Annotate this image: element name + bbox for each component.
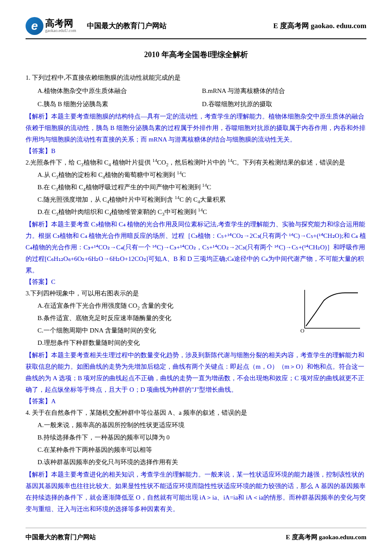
q4-explain: 【解析】本题主要考查进化的相关知识，考查学生的理解能力。一般来说，某一性状适应环… (26, 469, 366, 515)
q2-optB: B.在 C3植物和 C4植物呼吸过程产生的中间产物中可检测到 14C (37, 182, 366, 193)
q1-optB: B.mRNA 与游离核糖体的结合 (202, 85, 366, 97)
q1-optA: A.植物体胞杂交中原生质体融合 (37, 85, 202, 97)
q4-optD: D.该种群基因频率的变化只与环境的选择作用有关 (37, 457, 366, 468)
q3-block: O 3.下列四种现象中，可以用右图表示的是 A.在适宜条件下光合作用强度随 CO… (26, 288, 366, 349)
q2-optC-a: C.随光照强度增加，从 C (37, 196, 107, 203)
document-title: 2010 年高考全国卷Ⅰ理综全解析 (26, 48, 366, 61)
q2-stem-c: 植物叶片提供 (111, 159, 153, 166)
q2-optD-c: 植物维管束鞘的 C (111, 208, 162, 215)
footer-right: E 度高考网 gaokao.eduu.com (286, 532, 366, 543)
logo-text-sub: gaokao.eduU.com (45, 28, 76, 33)
q2-explain: 【解析】本题主要考查 C₃植物和 C₄ 植物的光合作用及同位素标记法,考查学生的… (26, 219, 366, 276)
logo-text: 高考网 gaokao.eduU.com (45, 19, 76, 33)
content: 1. 下列过程中,不直接依赖细胞膜的流动性就能完成的是 A.植物体胞杂交中原生质… (26, 72, 366, 515)
logo: e 高考网 gaokao.eduU.com (26, 17, 76, 35)
q1-answer: 【答案】B (26, 145, 366, 157)
q3-optD: D.理想条件下种群数量随时间的变化 (37, 337, 366, 349)
q2-stem-e: ，然后检测叶片中的 (168, 159, 228, 166)
q2-optA: A.从 C3植物的淀粉和 C4植物的葡萄糖中可检测到 14C (37, 169, 366, 181)
q3-figure: O (298, 288, 362, 335)
q2-optA-d: C (182, 171, 186, 178)
q2-optC-c: C 的 C (179, 196, 198, 203)
q2-optC: C.随光照强度增加，从 C4植物叶片中可检测到含 14C 的 C4大量积累 (37, 194, 366, 205)
q2-optD-b: 植物叶肉组织和 C (58, 208, 109, 215)
logo-text-main: 高考网 (45, 19, 76, 28)
q2-stem-b: 植物和 C (84, 159, 109, 166)
q2-optD-e: C (203, 208, 207, 215)
axis-origin-label: O (300, 327, 304, 334)
q4-optC: C.在某种条件下两种基因的频率可以相等 (37, 444, 366, 456)
q4-stem: 4. 关于在自然条件下，某随机交配种群中等位基因 A、a 频率的叙述，错误的是 (26, 407, 366, 419)
header-title-left: 中国最大的教育门户网站 (87, 20, 167, 33)
curve-chart-icon: O (298, 288, 362, 335)
q3-optA-b: 含量的变化 (140, 302, 173, 309)
q1-stem: 1. 下列过程中,不直接依赖细胞膜的流动性就能完成的是 (26, 72, 366, 84)
q2-optA-a: A.从 C (37, 171, 56, 178)
q2-stem-d: CO (157, 159, 166, 166)
q2-optA-b: 植物的淀粉和 C (58, 171, 103, 178)
logo-icon: e (26, 17, 43, 35)
page-header: e 高考网 gaokao.eduU.com 中国最大的教育门户网站 E 度高考网… (26, 17, 366, 39)
q2-optD: D.在 C3植物叶肉组织和 C4植物维管束鞘的 C3中可检测到 14C (37, 206, 366, 218)
q3-optA-a: A.在适宜条件下光合作用强度随 CO (37, 302, 137, 309)
page-footer: 中国最大的教育门户网站 E 度高考网 gaokao.eduu.com (26, 528, 366, 543)
q2-stem-a: 2.光照条件下，给 C (26, 159, 81, 166)
q2-optB-d: C (207, 184, 211, 191)
q1-options: A.植物体胞杂交中原生质体融合 B.mRNA 与游离核糖体的结合 C.胰岛 B … (26, 84, 366, 111)
q2-optD-d: 中可检测到 (164, 208, 198, 215)
q2-optA-c: 植物的葡萄糖中可检测到 (105, 171, 177, 178)
q2-optB-a: B.在 C (37, 184, 56, 191)
q2-answer: 【答案】C (26, 276, 366, 288)
q2-optC-d: 大量积累 (200, 196, 225, 203)
q2-stem: 2.光照条件下，给 C3植物和 C4 植物叶片提供 14CO2，然后检测叶片中的… (26, 157, 366, 168)
footer-left: 中国最大的教育门户网站 (26, 532, 96, 543)
q1-explain: 【解析】本题主要考查细胞膜的结构特点—具有一定的流动性，考查学生的理解能力。植物… (26, 111, 366, 145)
q4-optB: B.持续选择条件下，一种基因的频率可以降为 0 (37, 432, 366, 443)
q1-optD: D.吞噬细胞对抗原的摄取 (202, 98, 366, 110)
q3-answer: 【答案】A (26, 396, 366, 407)
q2-stem-f: C。下列有关检测结果的叙述，错误的是 (232, 159, 345, 166)
q2-optB-c: 植物呼吸过程产生的中间产物中可检测到 (86, 184, 202, 191)
q2-optC-b: 植物叶片中可检测到含 (109, 196, 175, 203)
q2-optD-a: D.在 C (37, 208, 56, 215)
q2-options: A.从 C3植物的淀粉和 C4植物的葡萄糖中可检测到 14C B.在 C3植物和… (26, 169, 366, 218)
q3-explain: 【解析】本题主要考查相关生理过程中的数量变化趋势，涉及到新陈代谢与细胞分裂的相关… (26, 350, 366, 396)
q2-optB-b: 植物和 C (58, 184, 83, 191)
q4-optA: A.一般来说，频率高的基因所控制的性状更适应环境 (37, 419, 366, 431)
q1-optC: C.胰岛 B 细胞分泌胰岛素 (37, 98, 202, 110)
q4-options: A.一般来说，频率高的基因所控制的性状更适应环境 B.持续选择条件下，一种基因的… (26, 419, 366, 468)
header-title-right: E 度高考网 gaokao. eduu.com (273, 20, 366, 33)
